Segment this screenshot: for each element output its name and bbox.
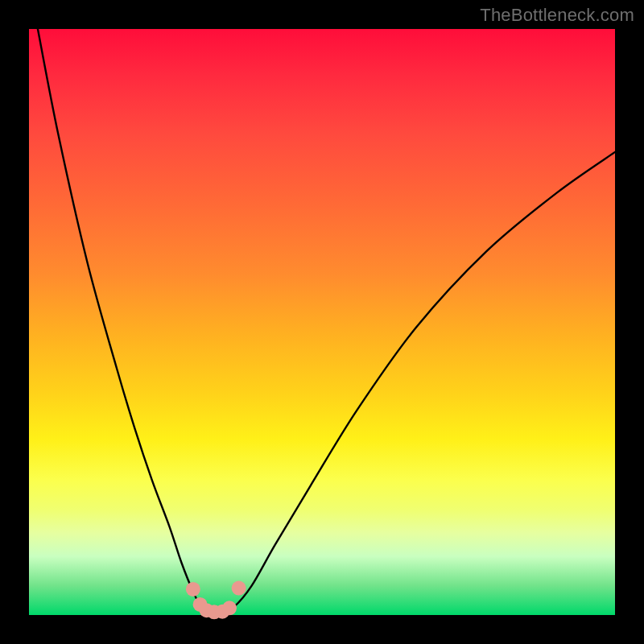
watermark-text: TheBottleneck.com — [480, 5, 634, 26]
marker-dot — [222, 601, 237, 615]
plot-area — [29, 29, 615, 615]
curve-markers — [186, 581, 246, 620]
chart-frame: TheBottleneck.com — [0, 0, 644, 644]
curve-layer — [29, 29, 615, 615]
marker-dot — [232, 581, 246, 596]
bottleneck-curve — [38, 29, 615, 613]
marker-dot — [186, 582, 200, 597]
